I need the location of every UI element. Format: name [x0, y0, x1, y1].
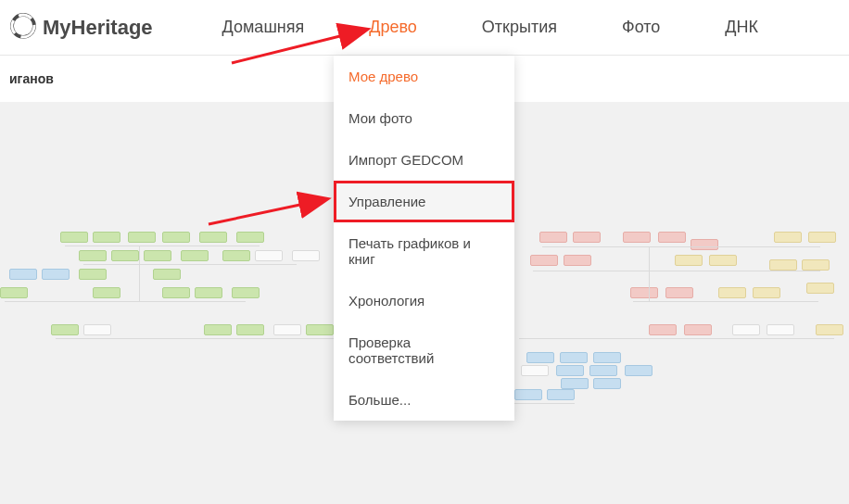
dropdown-consistency[interactable]: Проверка соответствий: [334, 321, 514, 379]
header: MyHeritage Домашняя Древо Открытия Фото …: [0, 0, 849, 56]
dropdown-my-tree[interactable]: Мое древо: [334, 56, 514, 97]
main-nav: Домашняя Древо Открытия Фото ДНК: [222, 1, 758, 54]
page-label: иганов: [9, 71, 54, 86]
dropdown-timeline[interactable]: Хронология: [334, 280, 514, 321]
dropdown-import-gedcom[interactable]: Импорт GEDCOM: [334, 139, 514, 181]
brand-text: MyHeritage: [43, 16, 153, 40]
tree-dropdown: Мое древо Мои фото Импорт GEDCOM Управле…: [334, 56, 514, 421]
logo-icon: [9, 12, 37, 44]
logo[interactable]: MyHeritage: [9, 12, 153, 44]
nav-tree[interactable]: Древо: [369, 1, 417, 54]
dropdown-my-photos[interactable]: Мои фото: [334, 97, 514, 139]
dropdown-more[interactable]: Больше...: [334, 379, 514, 421]
nav-discoveries[interactable]: Открытия: [482, 1, 557, 54]
nav-photo[interactable]: Фото: [622, 1, 660, 54]
nav-home[interactable]: Домашняя: [222, 1, 305, 54]
dropdown-print[interactable]: Печать графиков и книг: [334, 222, 514, 280]
nav-dna[interactable]: ДНК: [725, 1, 758, 54]
dropdown-manage[interactable]: Управление: [334, 181, 514, 222]
